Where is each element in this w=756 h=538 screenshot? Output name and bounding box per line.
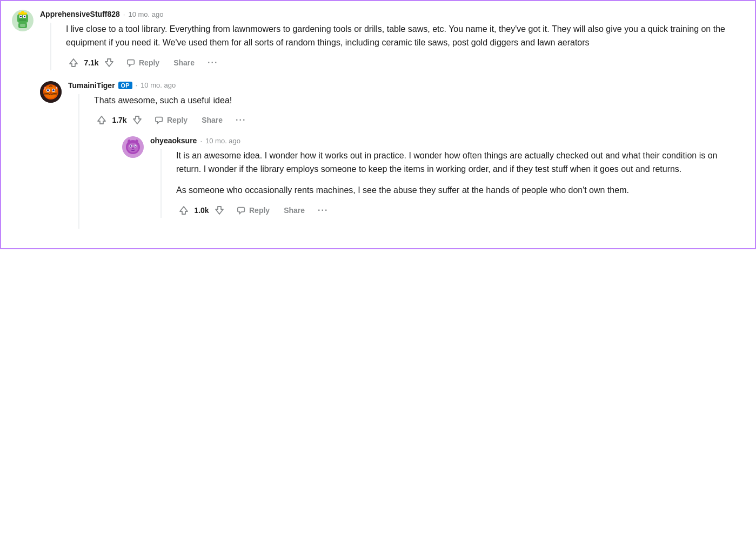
share-button[interactable]: Share [279,204,309,217]
upvote-icon [96,115,107,125]
svg-rect-6 [19,19,26,21]
username: TumainiTiger [68,81,115,90]
vote-section: 7.1k [66,55,117,70]
avatar [40,81,62,103]
timestamp: 10 mo. ago [141,81,176,89]
vote-section: 1.7k [94,112,145,128]
comment-actions: 7.1k Reply [66,55,744,70]
comment-text-2: As someone who occasionally rents machin… [176,184,744,197]
downvote-icon [214,205,225,216]
nested-comment: TumainiTiger OP · 10 mo. ago Thats aweso… [40,81,744,229]
svg-point-36 [130,145,132,147]
more-button[interactable]: ··· [204,56,221,70]
comment-body: TumainiTiger OP · 10 mo. ago Thats aweso… [68,81,744,229]
comment-header: ohyeaoksure · 10 mo. ago [150,136,744,145]
timestamp: 10 mo. ago [128,10,163,18]
svg-point-8 [21,11,24,14]
svg-point-17 [44,85,57,98]
vote-count: 1.0k [193,206,210,215]
comment-header: ApprehensiveStuff828 · 10 mo. ago [40,10,744,18]
svg-point-23 [53,89,55,90]
share-button[interactable]: Share [169,56,199,69]
comment-text-1: It is an awesome idea. I wonder how it w… [176,149,744,176]
svg-point-38 [131,145,131,146]
svg-rect-10 [20,24,25,27]
downvote-icon [132,115,143,125]
reply-icon [126,58,136,68]
svg-rect-1 [17,14,28,23]
vote-count: 1.7k [111,116,128,124]
reply-icon [155,115,164,125]
reply-button[interactable]: Reply [150,113,192,127]
svg-point-24 [50,92,52,94]
comment-thread: ApprehensiveStuff828 · 10 mo. ago I live… [12,10,744,229]
comment-actions: 1.0k [176,203,744,218]
reply-button[interactable]: Reply [122,56,164,70]
reply-icon [237,205,246,215]
username: ohyeaoksure [150,136,197,145]
vote-section: 1.0k [176,203,227,218]
comment-header: TumainiTiger OP · 10 mo. ago [68,81,744,90]
thread-line [160,149,162,217]
upvote-button[interactable] [94,112,109,128]
comment-item: ohyeaoksure · 10 mo. ago It is an awesom… [122,136,744,217]
thread-line [50,23,51,70]
svg-point-22 [48,89,49,90]
svg-point-20 [47,89,49,91]
username: ApprehensiveStuff828 [40,10,120,18]
more-button[interactable]: ··· [315,203,331,217]
comment-body: ApprehensiveStuff828 · 10 mo. ago I live… [40,10,744,70]
comment-text: I live close to a tool library. Everythi… [66,23,744,50]
svg-point-39 [135,145,136,146]
svg-rect-4 [20,16,22,17]
svg-point-40 [132,148,134,149]
downvote-button[interactable] [102,55,117,70]
avatar [12,10,34,31]
timestamp: 10 mo. ago [205,137,240,145]
comment-item: ApprehensiveStuff828 · 10 mo. ago I live… [12,10,744,70]
more-button[interactable]: ··· [232,113,249,127]
upvote-icon [68,57,79,68]
dot-separator: · [123,10,125,18]
reply-button[interactable]: Reply [232,203,274,217]
op-badge: OP [118,82,132,89]
upvote-button[interactable] [176,203,191,218]
thread-line [78,94,79,229]
avatar [122,136,144,158]
vote-count: 7.1k [83,58,99,67]
comment-text: Thats awesome, such a useful idea! [94,94,744,108]
dot-separator: · [200,137,202,145]
upvote-icon [178,205,189,216]
deeper-nested-comment: ohyeaoksure · 10 mo. ago It is an awesom… [122,136,744,217]
share-button[interactable]: Share [197,114,227,127]
downvote-button[interactable] [212,203,227,218]
comment-item: TumainiTiger OP · 10 mo. ago Thats aweso… [40,81,744,229]
downvote-icon [104,57,115,68]
comment-body: ohyeaoksure · 10 mo. ago It is an awesom… [150,136,744,217]
svg-point-37 [135,145,136,147]
upvote-button[interactable] [66,55,81,70]
downvote-button[interactable] [130,112,145,128]
dot-separator: · [136,81,138,89]
comment-actions: 1.7k Rep [94,112,744,128]
svg-rect-5 [24,16,25,17]
svg-point-21 [52,89,55,91]
